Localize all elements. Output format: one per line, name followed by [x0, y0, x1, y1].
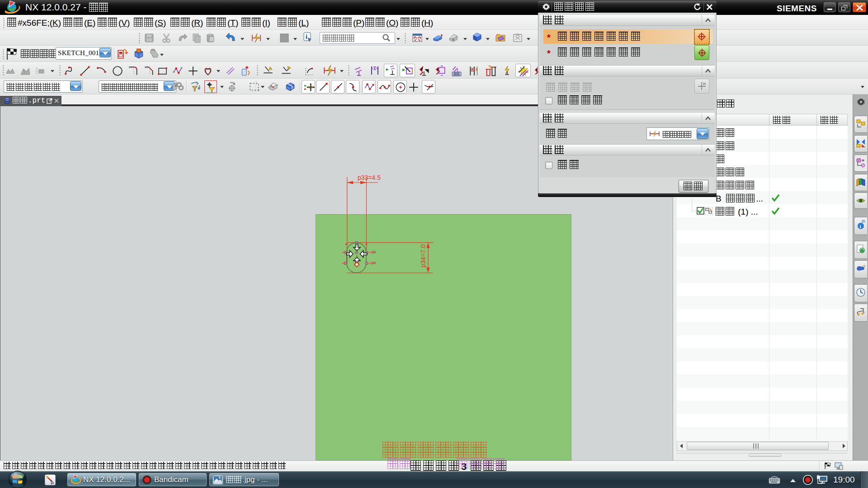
svg-text:p33=4.5: p33=4.5: [358, 174, 381, 181]
svg-text:i: i: [860, 224, 861, 229]
svg-text:p34=7.0: p34=7.0: [420, 244, 427, 267]
svg-text:i: i: [306, 33, 307, 40]
